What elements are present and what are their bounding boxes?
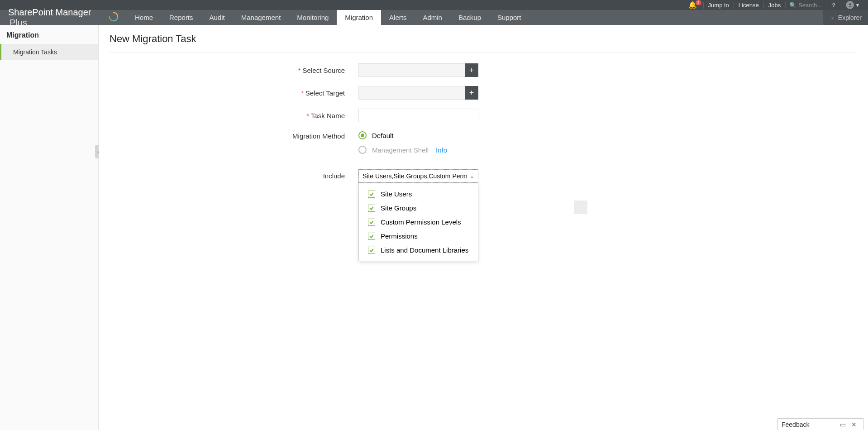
select-target-picker: + [358,86,478,100]
main-nav-tabs: HomeReportsAuditManagementMonitoringMigr… [127,10,529,25]
feedback-label: Feedback [782,421,837,428]
nav-tab-admin[interactable]: Admin [415,10,450,25]
explorer-icon: ⫟ [829,14,835,21]
row-select-source: *Select Source + [110,63,857,77]
notification-badge: 2 [696,0,701,5]
include-dropdown-value: Site Users,Site Groups,Custom Perm [362,172,467,180]
nav-tab-audit[interactable]: Audit [201,10,233,25]
page-title: New Migration Task [110,33,857,53]
nav-tab-alerts[interactable]: Alerts [381,10,415,25]
row-task-name: *Task Name [110,109,857,122]
nav-tab-home[interactable]: Home [127,10,161,25]
checkbox-icon[interactable] [368,247,375,254]
select-source-picker: + [358,63,478,77]
explorer-label: Explorer [838,14,862,21]
sidebar-item-migration-tasks[interactable]: Migration Tasks [0,44,98,60]
radio-default[interactable]: Default [358,131,539,139]
include-option[interactable]: Custom Permission Levels [359,215,478,229]
include-option[interactable]: Site Groups [359,201,478,215]
info-link[interactable]: Info [436,146,447,154]
row-include: Include Site Users,Site Groups,Custom Pe… [110,169,857,183]
sidebar-section-title: Migration [0,25,98,44]
include-option-label: Site Users [381,190,412,198]
task-name-input[interactable] [358,109,478,122]
jobs-link[interactable]: Jobs [763,2,785,9]
explorer-button[interactable]: ⫟ Explorer [823,10,868,25]
search-icon: 🔍 [789,2,796,9]
radio-shell-label: Management Shell [372,146,429,154]
label-include: Include [323,172,345,180]
select-source-add-button[interactable]: + [465,63,478,77]
include-option[interactable]: Lists and Document Libraries [359,243,478,257]
user-menu[interactable]: ▼ [841,1,864,9]
feedback-bar[interactable]: Feedback ▭ ✕ [777,418,863,430]
select-target-add-button[interactable]: + [465,86,478,100]
radio-management-shell[interactable]: Management Shell Info [358,146,539,154]
content-area: New Migration Task *Select Source + *Sel… [99,25,868,430]
nav-tab-reports[interactable]: Reports [161,10,201,25]
search-placeholder: Search... [798,2,822,9]
checkbox-icon[interactable] [368,233,375,240]
nav-tab-support[interactable]: Support [489,10,529,25]
radio-default-label: Default [372,132,394,139]
brand-logo-icon [109,12,119,24]
hidden-button-edge [574,201,587,214]
nav-tab-migration[interactable]: Migration [337,10,381,25]
row-migration-method: Migration Method Default Management Shel… [110,131,857,160]
radio-shell-button[interactable] [358,146,367,154]
checkbox-icon[interactable] [368,205,375,212]
notification-bell-icon[interactable]: 🔔2 [688,1,697,9]
global-search[interactable]: 🔍 Search... [785,2,826,9]
include-option[interactable]: Site Users [359,187,478,201]
sidebar: Migration Migration Tasks [0,25,99,430]
select-source-input[interactable] [358,63,465,77]
chevron-down-icon: ⌄ [470,173,474,179]
help-button[interactable]: ? [826,2,841,9]
label-migration-method: Migration Method [292,132,345,140]
include-option-label: Permissions [381,232,418,240]
include-dropdown[interactable]: Site Users,Site Groups,Custom Perm ⌄ [358,169,478,183]
svg-point-0 [849,3,851,5]
label-select-source: Select Source [303,67,345,74]
include-option-label: Site Groups [381,204,416,212]
checkbox-icon[interactable] [368,219,375,226]
brand: SharePoint Manager Plus [0,10,127,25]
nav-tab-management[interactable]: Management [233,10,289,25]
include-option-label: Custom Permission Levels [381,218,461,226]
include-dropdown-panel: Site UsersSite GroupsCustom Permission L… [358,183,478,261]
nav-tab-monitoring[interactable]: Monitoring [289,10,337,25]
jump-to-link[interactable]: Jump to [703,2,734,9]
nav-tab-backup[interactable]: Backup [450,10,489,25]
caret-down-icon: ▼ [855,3,860,8]
close-icon[interactable]: ✕ [849,421,859,428]
label-select-target: Select Target [305,89,345,97]
main-nav-bar: SharePoint Manager Plus HomeReportsAudit… [0,10,868,25]
label-task-name: Task Name [311,112,345,119]
maximize-icon[interactable]: ▭ [837,421,849,428]
include-option-label: Lists and Document Libraries [381,246,468,254]
migration-form: *Select Source + *Select Target + *Task … [110,63,857,183]
row-select-target: *Select Target + [110,86,857,100]
avatar-icon [846,1,854,9]
radio-default-button[interactable] [358,131,367,139]
utility-bar: 🔔2 Jump to License Jobs 🔍 Search... ? ▼ [0,0,868,10]
checkbox-icon[interactable] [368,191,375,198]
select-target-input[interactable] [358,86,465,100]
license-link[interactable]: License [734,2,763,9]
include-option[interactable]: Permissions [359,229,478,243]
